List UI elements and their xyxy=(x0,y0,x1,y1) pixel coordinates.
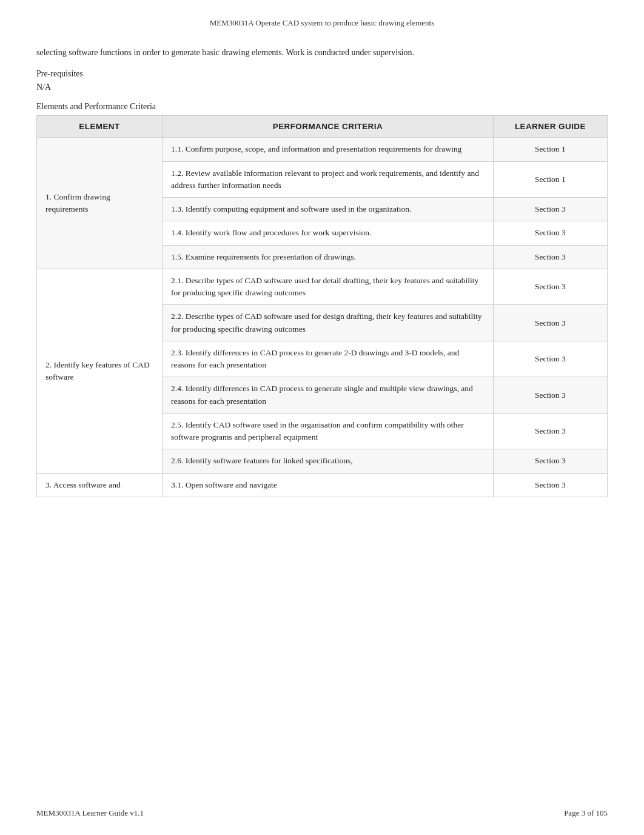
guide-cell: Section 1 xyxy=(493,161,607,198)
guide-cell: Section 3 xyxy=(493,305,607,341)
guide-cell: Section 3 xyxy=(493,221,607,245)
guide-cell: Section 3 xyxy=(493,341,607,377)
header-title: MEM30031A Operate CAD system to produce … xyxy=(210,18,434,27)
criteria-cell: 1.2. Review available information releva… xyxy=(163,161,494,198)
page: MEM30031A Operate CAD system to produce … xyxy=(0,0,644,835)
table-body: 1. Confirm drawing requirements1.1. Conf… xyxy=(37,138,608,497)
criteria-cell: 2.6. Identify software features for link… xyxy=(163,449,494,473)
guide-cell: Section 3 xyxy=(493,198,607,221)
guide-cell: Section 3 xyxy=(493,269,607,305)
elements-table: ELEMENT PERFORMANCE CRITERIA LEARNER GUI… xyxy=(36,115,608,497)
na-text: N/A xyxy=(36,82,608,92)
col-header-element: ELEMENT xyxy=(37,116,163,138)
criteria-cell: 2.3. Identify differences in CAD process… xyxy=(163,341,494,377)
page-header: MEM30031A Operate CAD system to produce … xyxy=(36,18,608,32)
element-cell: 3. Access software and xyxy=(37,473,163,497)
guide-cell: Section 3 xyxy=(493,377,607,414)
col-header-criteria: PERFORMANCE CRITERIA xyxy=(163,116,494,138)
criteria-cell: 2.1. Describe types of CAD software used… xyxy=(163,269,494,305)
guide-cell: Section 3 xyxy=(493,449,607,473)
element-cell: 2. Identify key features of CAD software xyxy=(37,269,163,473)
element-cell: 1. Confirm drawing requirements xyxy=(37,138,163,269)
criteria-cell: 1.4. Identify work flow and procedures f… xyxy=(163,221,494,245)
criteria-cell: 2.2. Describe types of CAD software used… xyxy=(163,305,494,341)
criteria-cell: 1.1. Confirm purpose, scope, and informa… xyxy=(163,138,494,161)
criteria-cell: 2.5. Identify CAD software used in the o… xyxy=(163,413,494,449)
prerequisites-label: Pre-requisites xyxy=(36,69,608,79)
page-footer: MEM30031A Learner Guide v1.1 Page 3 of 1… xyxy=(36,808,608,818)
guide-cell: Section 3 xyxy=(493,413,607,449)
footer-right: Page 3 of 105 xyxy=(564,808,608,818)
footer-left: MEM30031A Learner Guide v1.1 xyxy=(36,808,144,818)
criteria-cell: 2.4. Identify differences in CAD process… xyxy=(163,377,494,414)
guide-cell: Section 3 xyxy=(493,473,607,497)
table-row: 1. Confirm drawing requirements1.1. Conf… xyxy=(37,138,608,161)
criteria-cell: 1.5. Examine requirements for presentati… xyxy=(163,245,494,269)
guide-cell: Section 3 xyxy=(493,245,607,269)
table-row: 3. Access software and3.1. Open software… xyxy=(37,473,608,497)
criteria-cell: 1.3. Identify computing equipment and so… xyxy=(163,198,494,221)
guide-cell: Section 1 xyxy=(493,138,607,161)
criteria-cell: 3.1. Open software and navigate xyxy=(163,473,494,497)
col-header-guide: LEARNER GUIDE xyxy=(493,116,607,138)
table-section-label: Elements and Performance Criteria xyxy=(36,102,608,112)
table-header-row: ELEMENT PERFORMANCE CRITERIA LEARNER GUI… xyxy=(37,116,608,138)
table-row: 2. Identify key features of CAD software… xyxy=(37,269,608,305)
intro-paragraph: selecting software functions in order to… xyxy=(36,46,608,59)
